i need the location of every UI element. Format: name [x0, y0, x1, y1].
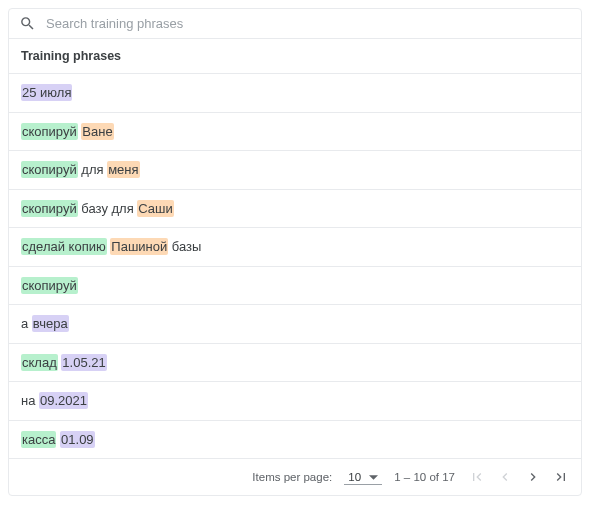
entity-token[interactable]: скопируй [21, 123, 78, 140]
training-phrase-row[interactable]: 25 июля [9, 74, 581, 113]
entity-token[interactable]: Ване [81, 123, 113, 140]
entity-token[interactable]: склад [21, 354, 58, 371]
items-per-page-label: Items per page: [252, 471, 332, 483]
training-phrase-row[interactable]: скопируй для меня [9, 151, 581, 190]
training-phrases-header: Training phrases [9, 39, 581, 74]
entity-token[interactable]: вчера [32, 315, 69, 332]
entity-token[interactable]: 1.05.21 [61, 354, 106, 371]
training-phrase-row[interactable]: скопируй базу для Саши [9, 190, 581, 229]
search-icon [19, 15, 36, 32]
entity-token[interactable]: Пашиной [110, 238, 168, 255]
training-phrase-row[interactable]: сделай копию Пашиной базы [9, 228, 581, 267]
first-page-button[interactable] [467, 467, 487, 487]
entity-token[interactable]: Саши [137, 200, 173, 217]
training-phrase-row[interactable]: скопируй Ване [9, 113, 581, 152]
training-phrase-row[interactable]: касса 01.09 [9, 421, 581, 459]
entity-token[interactable]: сделай копию [21, 238, 107, 255]
search-bar [9, 9, 581, 39]
paginator: Items per page: 10 1 – 10 of 17 [9, 458, 581, 495]
entity-token[interactable]: скопируй [21, 161, 78, 178]
entity-token[interactable]: меня [107, 161, 139, 178]
dropdown-icon [369, 475, 378, 480]
search-input[interactable] [46, 16, 571, 31]
entity-token[interactable]: 01.09 [60, 431, 95, 448]
page-size-value: 10 [348, 471, 361, 483]
prev-page-button[interactable] [495, 467, 515, 487]
plain-text: базу для [78, 201, 138, 216]
training-phrase-row[interactable]: а вчера [9, 305, 581, 344]
training-phrases-card: Training phrases 25 июляскопируй Ванеско… [8, 8, 582, 496]
entity-token[interactable]: скопируй [21, 200, 78, 217]
entity-token[interactable]: 09.2021 [39, 392, 88, 409]
entity-token[interactable]: 25 июля [21, 84, 72, 101]
entity-token[interactable]: касса [21, 431, 56, 448]
plain-text: на [21, 393, 39, 408]
page-size-select[interactable]: 10 [344, 469, 382, 485]
training-phrase-row[interactable]: на 09.2021 [9, 382, 581, 421]
plain-text: а [21, 316, 32, 331]
plain-text: базы [168, 239, 201, 254]
last-page-button[interactable] [551, 467, 571, 487]
page-range: 1 – 10 of 17 [394, 471, 455, 483]
training-phrase-row[interactable]: скопируй [9, 267, 581, 306]
training-phrase-row[interactable]: склад 1.05.21 [9, 344, 581, 383]
next-page-button[interactable] [523, 467, 543, 487]
plain-text: для [78, 162, 107, 177]
entity-token[interactable]: скопируй [21, 277, 78, 294]
